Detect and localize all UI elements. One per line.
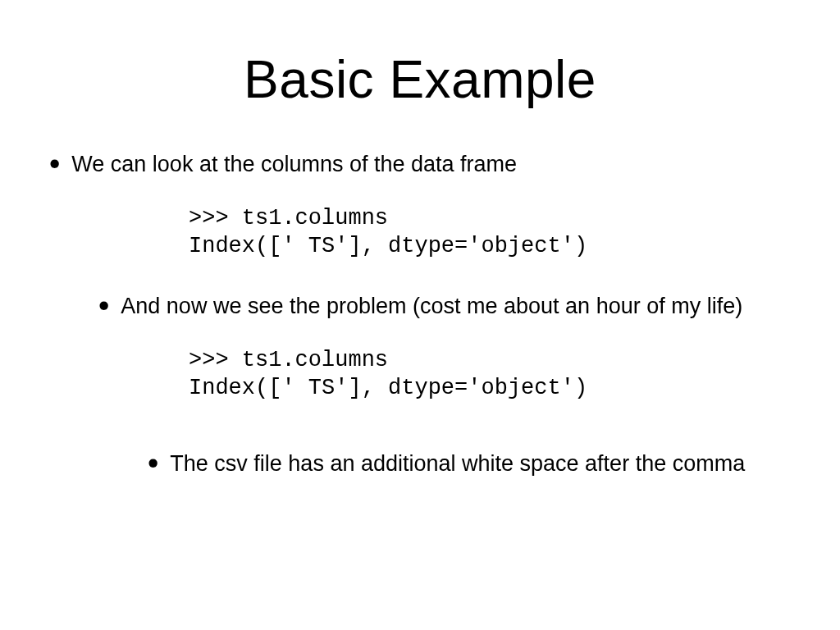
- bullet-level-2: • And now we see the problem (cost me ab…: [98, 293, 791, 321]
- bullet-text: We can look at the columns of the data f…: [71, 151, 517, 179]
- bullet-level-1: • We can look at the columns of the data…: [49, 151, 791, 179]
- bullet-dot-icon: •: [148, 450, 158, 472]
- bullet-text: And now we see the problem (cost me abou…: [121, 293, 742, 321]
- slide: Basic Example • We can look at the colum…: [0, 0, 840, 630]
- bullet-level-3: • The csv file has an additional white s…: [148, 450, 791, 478]
- code-block-1: >>> ts1.columns Index([' TS'], dtype='ob…: [189, 205, 791, 261]
- bullet-dot-icon: •: [49, 151, 60, 172]
- code-block-2: >>> ts1.columns Index([' TS'], dtype='ob…: [189, 347, 791, 403]
- bullet-text: The csv file has an additional white spa…: [170, 450, 745, 478]
- slide-title: Basic Example: [49, 49, 791, 110]
- bullet-dot-icon: •: [98, 293, 109, 314]
